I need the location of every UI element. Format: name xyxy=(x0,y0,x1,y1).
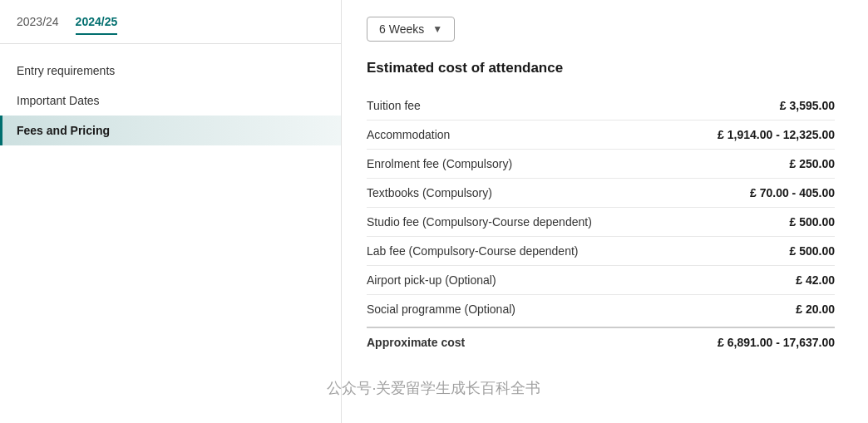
fee-value: £ 20.00 xyxy=(796,302,835,316)
weeks-dropdown[interactable]: 6 Weeks ▼ xyxy=(367,17,455,42)
fee-table: Tuition fee£ 3,595.00Accommodation£ 1,91… xyxy=(367,91,835,357)
nav-item-important-dates[interactable]: Important Dates xyxy=(0,86,341,116)
fee-label: Enrolment fee (Compulsory) xyxy=(367,157,512,170)
fee-row: Accommodation£ 1,914.00 - 12,325.00 xyxy=(367,120,835,149)
year-tab-2023-24[interactable]: 2023/24 xyxy=(17,15,59,35)
fee-label: Airport pick-up (Optional) xyxy=(367,273,496,287)
year-tabs: 2023/242024/25 xyxy=(0,0,341,44)
fee-row: Social programme (Optional)£ 20.00 xyxy=(367,294,835,323)
fee-label: Accommodation xyxy=(367,128,450,141)
fee-value: £ 70.00 - 405.00 xyxy=(750,186,835,199)
fee-label: Tuition fee xyxy=(367,99,421,112)
total-label: Approximate cost xyxy=(367,336,465,349)
total-row: Approximate cost£ 6,891.00 - 17,637.00 xyxy=(367,327,835,357)
fee-row: Tuition fee£ 3,595.00 xyxy=(367,91,835,120)
fee-label: Social programme (Optional) xyxy=(367,302,515,316)
fee-row: Lab fee (Compulsory-Course dependent)£ 5… xyxy=(367,236,835,265)
chevron-down-icon: ▼ xyxy=(432,23,442,35)
fee-label: Lab fee (Compulsory-Course dependent) xyxy=(367,244,578,258)
main-content: 6 Weeks ▼ Estimated cost of attendance T… xyxy=(341,0,868,423)
nav-item-entry-requirements[interactable]: Entry requirements xyxy=(0,56,341,86)
fee-value: £ 42.00 xyxy=(796,273,835,287)
nav-items: Entry requirementsImportant DatesFees an… xyxy=(0,44,341,145)
sidebar: 2023/242024/25 Entry requirementsImporta… xyxy=(0,0,341,423)
section-title: Estimated cost of attendance xyxy=(367,60,835,76)
fee-row: Enrolment fee (Compulsory)£ 250.00 xyxy=(367,149,835,178)
fee-value: £ 500.00 xyxy=(790,244,836,258)
fee-label: Textbooks (Compulsory) xyxy=(367,186,492,199)
weeks-label: 6 Weeks xyxy=(379,22,424,36)
nav-item-fees-and-pricing[interactable]: Fees and Pricing xyxy=(0,116,341,145)
fee-label: Studio fee (Compulsory-Course dependent) xyxy=(367,215,592,229)
year-tab-2024-25[interactable]: 2024/25 xyxy=(76,15,118,35)
fee-value: £ 3,595.00 xyxy=(780,99,835,112)
fee-value: £ 1,914.00 - 12,325.00 xyxy=(718,128,835,141)
fee-row: Airport pick-up (Optional)£ 42.00 xyxy=(367,265,835,294)
total-value: £ 6,891.00 - 17,637.00 xyxy=(718,336,835,349)
fee-value: £ 500.00 xyxy=(790,215,836,229)
fee-row: Textbooks (Compulsory)£ 70.00 - 405.00 xyxy=(367,178,835,207)
fee-row: Studio fee (Compulsory-Course dependent)… xyxy=(367,207,835,236)
fee-value: £ 250.00 xyxy=(790,157,836,170)
